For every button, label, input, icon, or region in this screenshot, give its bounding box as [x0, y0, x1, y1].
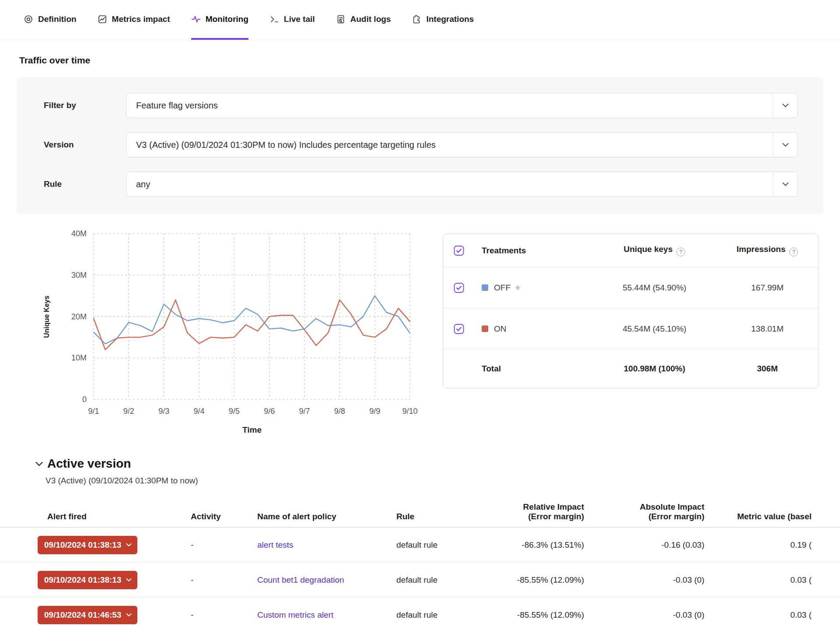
alert-row: 09/10/2024 01:38:13 - alert tests defaul…	[0, 528, 840, 563]
rule-label: Rule	[44, 179, 126, 189]
collapse-icon[interactable]	[35, 461, 43, 467]
chevron-down-icon[interactable]	[773, 93, 798, 118]
metric-value-cell: 0.03 (	[713, 610, 821, 620]
impressions-header: Impressions	[727, 245, 808, 256]
unique-keys-value: 45.54M (45.10%)	[582, 324, 727, 334]
metric-value-cell: 0.03 (	[713, 575, 821, 585]
alert-policy-link[interactable]: alert tests	[252, 540, 389, 550]
metrics-impact-icon	[98, 14, 107, 24]
relative-impact-cell: -86.3% (13.51%)	[480, 540, 593, 550]
policy-header: Name of alert policy	[252, 512, 389, 521]
version-value: V3 (Active) (09/01/2024 01:30PM to now) …	[126, 140, 773, 150]
tab-definition[interactable]: Definition	[24, 0, 77, 40]
alert-fired-badge[interactable]: 09/10/2024 01:38:13	[38, 571, 137, 589]
integrations-icon	[412, 14, 421, 24]
tab-monitoring[interactable]: Monitoring	[191, 0, 248, 40]
tab-metrics-impact[interactable]: Metrics impact	[98, 0, 170, 40]
alerts-header-row: Alert fired Activity Name of alert polic…	[0, 502, 840, 528]
help-icon[interactable]	[676, 248, 685, 256]
alert-policy-link[interactable]: Count bet1 degradation	[252, 575, 389, 585]
svg-text:9/4: 9/4	[193, 407, 204, 416]
alert-policy-link[interactable]: Custom metrics alert	[252, 610, 389, 620]
svg-text:9/6: 9/6	[264, 407, 275, 416]
alert-fired-cell: 09/10/2024 01:38:13	[38, 571, 184, 589]
metric-value-cell: 0.19 (	[713, 540, 821, 550]
metric-value-header: Metric value (basel	[713, 512, 821, 521]
rule-value: any	[126, 179, 773, 189]
on-checkbox[interactable]	[454, 324, 482, 334]
total-impressions: 306M	[727, 364, 808, 374]
off-swatch	[482, 284, 488, 291]
chevron-down-icon[interactable]	[773, 133, 798, 157]
chevron-down-icon	[126, 613, 132, 617]
active-version-subtitle: V3 (Active) (09/10/2024 01:30PM to now)	[46, 476, 840, 486]
treatments-header-checkbox[interactable]	[454, 245, 482, 256]
treatment-name: ON	[482, 324, 582, 334]
version-row: Version V3 (Active) (09/01/2024 01:30PM …	[44, 132, 798, 157]
rule-row: Rule any	[44, 171, 798, 197]
absolute-impact-header: Absolute Impact(Error margin)	[593, 502, 713, 521]
svg-text:9/8: 9/8	[334, 407, 345, 416]
chevron-down-icon	[126, 543, 132, 547]
tab-integrations[interactable]: Integrations	[412, 0, 474, 40]
live-tail-icon	[270, 14, 279, 24]
svg-text:9/1: 9/1	[88, 407, 99, 416]
relative-impact-header: Relative Impact(Error margin)	[480, 502, 593, 521]
svg-text:9/3: 9/3	[158, 407, 169, 416]
svg-text:30M: 30M	[71, 271, 87, 280]
svg-text:9/2: 9/2	[123, 407, 134, 416]
tab-bar: Definition Metrics impact Monitoring Liv…	[0, 0, 840, 40]
chevron-down-icon[interactable]	[773, 172, 798, 196]
unique-keys-value: 55.44M (54.90%)	[582, 283, 727, 293]
svg-text:Time: Time	[242, 425, 262, 434]
treatment-name: OFF	[482, 283, 582, 293]
treatments-header-label: Treatments	[482, 246, 582, 255]
alerts-table: Alert fired Activity Name of alert polic…	[0, 502, 840, 626]
svg-text:9/10: 9/10	[402, 407, 417, 416]
version-select[interactable]: V3 (Active) (09/01/2024 01:30PM to now) …	[126, 132, 798, 157]
activity-cell: -	[184, 540, 252, 550]
total-unique-keys: 100.98M (100%)	[582, 364, 727, 374]
tab-live-tail[interactable]: Live tail	[270, 0, 315, 40]
filter-by-label: Filter by	[44, 101, 126, 110]
active-version-header: Active version	[35, 457, 840, 471]
frozen-icon	[514, 284, 521, 292]
audit-logs-icon	[336, 14, 346, 24]
active-version-title: Active version	[47, 457, 131, 471]
treatments-total-row: Total 100.98M (100%) 306M	[443, 350, 819, 388]
svg-text:10M: 10M	[71, 353, 87, 362]
rule-cell: default rule	[389, 575, 480, 585]
chevron-down-icon	[126, 578, 132, 582]
filter-by-value: Feature flag versions	[126, 101, 773, 111]
alert-fired-badge[interactable]: 09/10/2024 01:46:53	[38, 606, 137, 624]
definition-icon	[24, 14, 33, 24]
tab-label: Live tail	[284, 14, 315, 24]
alert-fired-badge[interactable]: 09/10/2024 01:38:13	[38, 536, 137, 554]
tab-label: Metrics impact	[112, 14, 170, 24]
alert-row: 09/10/2024 01:38:13 - Count bet1 degrada…	[0, 563, 840, 598]
svg-text:Unique Keys: Unique Keys	[43, 295, 50, 338]
rule-cell: default rule	[389, 610, 480, 620]
treatments-header-row: Treatments Unique keys Impressions	[443, 234, 819, 267]
tab-label: Definition	[38, 14, 77, 24]
unique-keys-header: Unique keys	[582, 245, 727, 256]
svg-text:9/9: 9/9	[369, 407, 380, 416]
svg-text:9/5: 9/5	[229, 407, 240, 416]
filter-panel: Filter by Feature flag versions Version …	[17, 77, 823, 214]
treatment-row-off: OFF 55.44M (54.90%) 167.99M	[443, 267, 819, 308]
tab-label: Monitoring	[206, 14, 248, 24]
activity-header: Activity	[184, 512, 252, 521]
tab-audit-logs[interactable]: Audit logs	[336, 0, 391, 40]
activity-cell: -	[184, 610, 252, 620]
treatments-table: Treatments Unique keys Impressions OFF 5…	[443, 234, 819, 388]
treatment-row-on: ON 45.54M (45.10%) 138.01M	[443, 308, 819, 350]
on-swatch	[482, 325, 488, 332]
help-icon[interactable]	[789, 248, 798, 256]
filter-by-select[interactable]: Feature flag versions	[126, 93, 798, 118]
alert-fired-cell: 09/10/2024 01:46:53	[38, 606, 184, 624]
off-checkbox[interactable]	[454, 283, 482, 293]
alert-fired-cell: 09/10/2024 01:38:13	[38, 536, 184, 554]
rule-select[interactable]: any	[126, 171, 798, 197]
page-title: Traffic over time	[19, 55, 840, 66]
total-label: Total	[482, 364, 582, 374]
